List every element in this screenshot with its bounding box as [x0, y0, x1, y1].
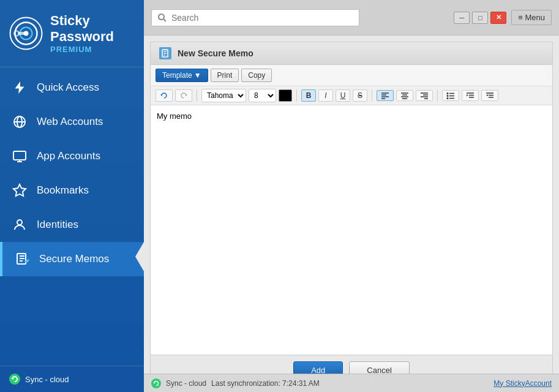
- main-navigation: Quick Access Web Accounts App Accounts B…: [0, 67, 144, 366]
- sidebar-item-web-accounts[interactable]: Web Accounts: [0, 105, 144, 139]
- app-accounts-icon: [11, 148, 28, 165]
- memo-header: New Secure Memo: [151, 42, 552, 65]
- divider-4: [437, 89, 438, 102]
- my-sticky-account-link[interactable]: My StickyAccount: [493, 379, 552, 388]
- sync-cloud-label: Sync - cloud: [166, 379, 206, 388]
- strikethrough-button[interactable]: S: [353, 89, 367, 102]
- web-accounts-icon: [11, 113, 28, 130]
- close-button[interactable]: ✕: [490, 12, 506, 24]
- sync-label: Sync - cloud: [25, 375, 69, 384]
- memo-title: New Secure Memo: [178, 48, 253, 58]
- template-button[interactable]: Template ▼: [156, 69, 208, 82]
- sync-indicator: [9, 374, 20, 385]
- svg-point-38: [447, 95, 449, 97]
- app-logo: [9, 17, 43, 50]
- svg-marker-45: [467, 94, 468, 96]
- divider-1: [197, 89, 197, 102]
- divider-3: [372, 89, 372, 102]
- print-button[interactable]: Print: [211, 69, 239, 82]
- memo-panel: New Secure Memo Template ▼ Print Copy Ta…: [150, 42, 553, 386]
- align-left-button[interactable]: [377, 90, 394, 101]
- top-bar: ─ □ ✕ ≡ Menu: [144, 0, 559, 36]
- indent-less-button[interactable]: [462, 90, 479, 101]
- sidebar-label-app-accounts: App Accounts: [37, 150, 100, 162]
- logo-line1: Sticky: [50, 13, 114, 29]
- format-toolbar: Tahoma 8 B I U S: [151, 86, 552, 105]
- sidebar-label-secure-memos: Secure Memos: [39, 253, 109, 265]
- svg-marker-12: [13, 184, 26, 196]
- size-selector[interactable]: 8: [249, 89, 276, 102]
- sidebar-label-web-accounts: Web Accounts: [37, 116, 103, 128]
- sidebar-item-quick-access[interactable]: Quick Access: [0, 70, 144, 105]
- align-right-button[interactable]: [416, 90, 433, 101]
- bookmarks-icon: [11, 182, 28, 199]
- sidebar: Sticky Password PREMIUM Quick Access Web…: [0, 0, 144, 392]
- memo-content: My memo: [157, 111, 192, 121]
- svg-marker-23: [186, 94, 187, 96]
- search-box[interactable]: [151, 9, 359, 26]
- main-content: ─ □ ✕ ≡ Menu New Secure Memo Template ▼ …: [144, 0, 559, 392]
- indent-more-button[interactable]: [481, 90, 498, 101]
- svg-marker-49: [486, 94, 488, 96]
- memo-header-icon: [159, 47, 171, 59]
- svg-point-36: [447, 92, 449, 94]
- identities-icon: [11, 216, 28, 233]
- secure-memos-icon: [13, 251, 31, 268]
- underline-button[interactable]: U: [336, 89, 350, 102]
- bottom-status-bar: Sync - cloud Last synchronization: 7:24:…: [144, 374, 559, 392]
- sidebar-item-identities[interactable]: Identities: [0, 208, 144, 242]
- sidebar-item-secure-memos[interactable]: Secure Memos: [0, 242, 144, 276]
- svg-marker-22: [160, 94, 162, 96]
- svg-line-17: [163, 19, 166, 21]
- sidebar-item-app-accounts[interactable]: App Accounts: [0, 139, 144, 173]
- search-input[interactable]: [171, 13, 353, 23]
- template-arrow-icon: ▼: [194, 71, 201, 80]
- sync-info: Sync - cloud Last synchronization: 7:24:…: [151, 379, 320, 388]
- svg-rect-9: [13, 151, 26, 160]
- sync-dot-bottom: [151, 379, 161, 388]
- sidebar-item-bookmarks[interactable]: Bookmarks: [0, 173, 144, 208]
- sidebar-label-bookmarks: Bookmarks: [37, 184, 89, 197]
- align-center-button[interactable]: [396, 90, 413, 101]
- maximize-button[interactable]: □: [472, 12, 488, 24]
- bullets-button[interactable]: [442, 90, 459, 101]
- sidebar-label-identities: Identities: [37, 219, 78, 231]
- bold-button[interactable]: B: [301, 89, 316, 102]
- logo-area: Sticky Password PREMIUM: [0, 0, 144, 67]
- undo-button[interactable]: [156, 89, 173, 102]
- copy-button[interactable]: Copy: [241, 69, 272, 82]
- divider-2: [296, 89, 297, 102]
- logo-line2: Password: [50, 29, 114, 45]
- memo-toolbar: Template ▼ Print Copy: [151, 65, 552, 86]
- italic-button[interactable]: I: [318, 89, 333, 102]
- svg-point-13: [17, 220, 22, 225]
- search-icon: [158, 13, 167, 22]
- sidebar-label-quick-access: Quick Access: [37, 81, 99, 94]
- redo-button[interactable]: [175, 89, 192, 102]
- logo-text: Sticky Password PREMIUM: [50, 13, 114, 55]
- memo-editor[interactable]: My memo: [151, 105, 552, 355]
- menu-button[interactable]: ≡ Menu: [511, 10, 552, 25]
- window-controls: ─ □ ✕: [454, 12, 506, 24]
- svg-point-40: [447, 97, 449, 99]
- last-sync-text: Last synchronization: 7:24:31 AM: [211, 379, 320, 388]
- svg-point-16: [159, 14, 164, 20]
- logo-premium: PREMIUM: [50, 45, 114, 54]
- sync-status-area: Sync - cloud: [0, 366, 144, 392]
- font-selector[interactable]: Tahoma: [201, 89, 246, 102]
- minimize-button[interactable]: ─: [454, 12, 470, 24]
- text-color-picker[interactable]: [279, 89, 292, 102]
- quick-access-icon: [11, 79, 28, 96]
